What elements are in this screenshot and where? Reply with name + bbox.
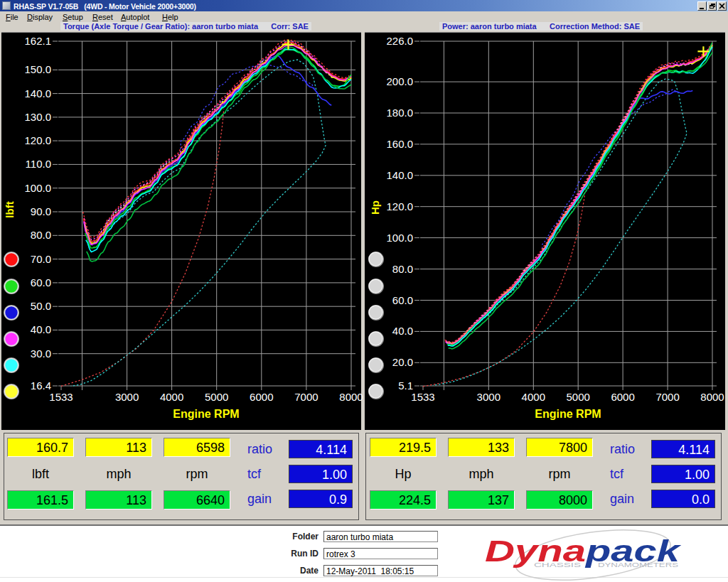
svg-text:50.0: 50.0 [31, 300, 51, 312]
svg-text:40.0: 40.0 [31, 323, 51, 335]
svg-text:80.0: 80.0 [31, 229, 51, 241]
svg-text:110.0: 110.0 [26, 158, 51, 170]
svg-text:140.0: 140.0 [386, 169, 413, 181]
svg-text:8000: 8000 [339, 391, 363, 403]
svg-text:60.0: 60.0 [31, 276, 51, 289]
svg-text:90.0: 90.0 [31, 205, 51, 217]
svg-text:1533: 1533 [49, 391, 73, 403]
svg-text:7000: 7000 [655, 391, 679, 403]
svg-text:120.0: 120.0 [24, 134, 51, 146]
svg-text:226.0: 226.0 [386, 35, 413, 47]
svg-text:80.0: 80.0 [392, 263, 413, 275]
svg-text:Engine RPM: Engine RPM [535, 408, 601, 420]
svg-text:200.0: 200.0 [386, 75, 413, 87]
svg-text:40.0: 40.0 [392, 325, 413, 337]
svg-text:8000: 8000 [700, 391, 724, 403]
svg-text:Hp: Hp [369, 200, 381, 215]
svg-text:7000: 7000 [294, 391, 318, 403]
svg-text:6000: 6000 [611, 391, 634, 403]
svg-text:180.0: 180.0 [386, 107, 413, 119]
svg-text:lbft: lbft [4, 201, 16, 217]
svg-text:30.0: 30.0 [31, 347, 51, 360]
svg-text:60.0: 60.0 [392, 294, 413, 306]
svg-text:150.0: 150.0 [24, 63, 51, 75]
svg-text:20.0: 20.0 [392, 356, 413, 368]
svg-text:3000: 3000 [477, 391, 500, 403]
svg-text:Engine RPM: Engine RPM [173, 408, 239, 420]
svg-text:160.0: 160.0 [386, 138, 413, 150]
svg-text:4000: 4000 [522, 391, 545, 403]
svg-text:100.0: 100.0 [386, 232, 413, 244]
svg-text:CHASSIS: CHASSIS [534, 561, 582, 568]
svg-text:162.1: 162.1 [24, 35, 51, 47]
svg-text:5000: 5000 [205, 391, 228, 403]
svg-text:6000: 6000 [250, 391, 273, 403]
svg-text:1533: 1533 [411, 391, 434, 403]
svg-text:16.4: 16.4 [31, 379, 51, 392]
svg-text:5.1: 5.1 [398, 379, 413, 392]
svg-text:100.0: 100.0 [24, 182, 51, 194]
svg-text:70.0: 70.0 [31, 253, 51, 265]
svg-text:140.0: 140.0 [24, 87, 51, 99]
svg-text:5000: 5000 [567, 391, 590, 403]
svg-text:4000: 4000 [160, 391, 183, 403]
svg-text:130.0: 130.0 [24, 111, 51, 123]
svg-text:120.0: 120.0 [386, 200, 413, 212]
svg-text:DYNAMOMETERS: DYNAMOMETERS [598, 561, 679, 568]
svg-text:3000: 3000 [115, 391, 139, 403]
